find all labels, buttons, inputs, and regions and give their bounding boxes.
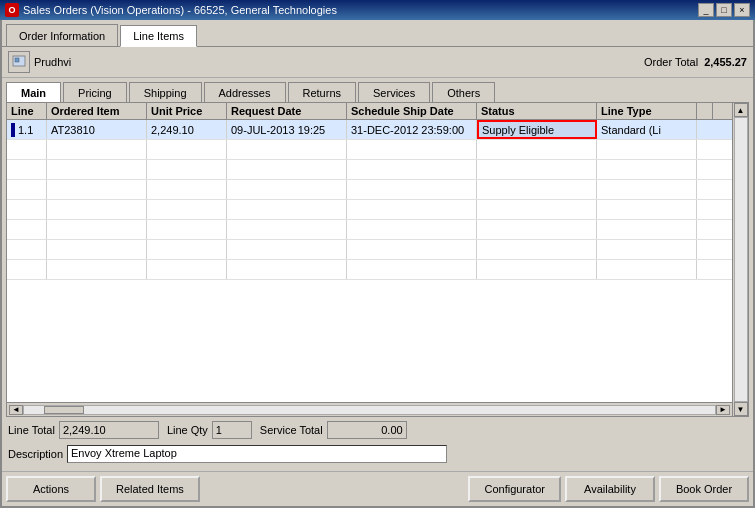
title-bar: O Sales Orders (Vision Operations) - 665… xyxy=(0,0,755,20)
cell-schedule-ship-date: 31-DEC-2012 23:59:00 xyxy=(347,120,477,139)
cell-ordered-item: AT23810 xyxy=(47,120,147,139)
table-row[interactable]: 1.1 AT23810 2,249.10 09-JUL-2013 19:25 3… xyxy=(7,120,732,140)
service-total-group: Service Total 0.00 xyxy=(260,421,407,439)
col-status: Status xyxy=(477,103,597,119)
service-total-label: Service Total xyxy=(260,424,323,436)
cell-request-date: 09-JUL-2013 19:25 xyxy=(227,120,347,139)
availability-button[interactable]: Availability xyxy=(565,476,655,502)
scrollbar-thumb[interactable] xyxy=(44,406,84,414)
cell-line-type: Standard (Li xyxy=(597,120,697,139)
tab-line-items[interactable]: Line Items xyxy=(120,25,197,47)
tab-returns[interactable]: Returns xyxy=(288,82,357,102)
tab-others[interactable]: Others xyxy=(432,82,495,102)
order-total-label: Order Total xyxy=(644,56,698,68)
user-icon xyxy=(8,51,30,73)
line-total-input[interactable]: 2,249.10 xyxy=(59,421,159,439)
order-total-area: Order Total 2,455.27 xyxy=(644,56,747,68)
col-ordered-item: Ordered Item xyxy=(47,103,147,119)
related-items-button[interactable]: Related Items xyxy=(100,476,200,502)
footer-fields: Line Total 2,249.10 Line Qty 1 Service T… xyxy=(6,417,749,443)
cell-status[interactable]: Supply Eligible xyxy=(477,120,597,139)
table-row[interactable] xyxy=(7,140,732,160)
table-row[interactable] xyxy=(7,240,732,260)
col-line-type: Line Type xyxy=(597,103,697,119)
col-schedule-ship-date: Schedule Ship Date xyxy=(347,103,477,119)
grid-header: Line Ordered Item Unit Price Request Dat… xyxy=(7,103,732,120)
cell-unit-price xyxy=(147,140,227,159)
bottom-button-bar: Actions Related Items Configurator Avail… xyxy=(2,471,753,506)
maximize-button[interactable]: □ xyxy=(716,3,732,17)
window-title: Sales Orders (Vision Operations) - 66525… xyxy=(23,4,337,16)
horizontal-scrollbar[interactable]: ◄ ► xyxy=(7,402,732,416)
col-request-date: Request Date xyxy=(227,103,347,119)
app-icon: O xyxy=(5,3,19,17)
tab-order-information[interactable]: Order Information xyxy=(6,24,118,46)
cell-schedule-ship-date xyxy=(347,140,477,159)
cell-line xyxy=(7,140,47,159)
line-total-group: Line Total 2,249.10 xyxy=(8,421,159,439)
table-row[interactable] xyxy=(7,220,732,240)
tab-main[interactable]: Main xyxy=(6,82,61,102)
scroll-up-button[interactable]: ▲ xyxy=(734,103,748,117)
col-unit-price: Unit Price xyxy=(147,103,227,119)
table-row[interactable] xyxy=(7,160,732,180)
vertical-scrollbar[interactable]: ▲ ▼ xyxy=(732,103,748,416)
line-qty-label: Line Qty xyxy=(167,424,208,436)
col-scroll xyxy=(697,103,713,119)
scroll-right-button[interactable]: ► xyxy=(716,405,730,415)
cell-request-date xyxy=(227,140,347,159)
scroll-down-button[interactable]: ▼ xyxy=(734,402,748,416)
description-input[interactable]: Envoy Xtreme Laptop xyxy=(67,445,447,463)
service-total-input[interactable]: 0.00 xyxy=(327,421,407,439)
tab-addresses[interactable]: Addresses xyxy=(204,82,286,102)
scroll-left-button[interactable]: ◄ xyxy=(9,405,23,415)
minimize-button[interactable]: _ xyxy=(698,3,714,17)
inner-tab-bar: Main Pricing Shipping Addresses Returns … xyxy=(6,82,749,102)
svg-rect-1 xyxy=(15,58,19,62)
close-button[interactable]: × xyxy=(734,3,750,17)
window-controls: _ □ × xyxy=(698,3,750,17)
scrollbar-v-track[interactable] xyxy=(734,117,748,402)
table-row[interactable] xyxy=(7,200,732,220)
cell-ordered-item xyxy=(47,140,147,159)
line-qty-group: Line Qty 1 xyxy=(167,421,252,439)
cell-unit-price: 2,249.10 xyxy=(147,120,227,139)
username-label: Prudhvi xyxy=(34,56,71,68)
order-total-value: 2,455.27 xyxy=(704,56,747,68)
content-area: Main Pricing Shipping Addresses Returns … xyxy=(2,78,753,471)
tab-pricing[interactable]: Pricing xyxy=(63,82,127,102)
user-field: Prudhvi xyxy=(8,51,71,73)
line-items-grid: Line Ordered Item Unit Price Request Dat… xyxy=(6,102,749,417)
main-window: Order Information Line Items Prudhvi Ord… xyxy=(0,20,755,508)
cell-line: 1.1 xyxy=(7,120,47,139)
tab-shipping[interactable]: Shipping xyxy=(129,82,202,102)
description-label: Description xyxy=(8,448,63,460)
actions-button[interactable]: Actions xyxy=(6,476,96,502)
tab-services[interactable]: Services xyxy=(358,82,430,102)
scrollbar-track[interactable] xyxy=(23,405,716,415)
book-order-button[interactable]: Book Order xyxy=(659,476,749,502)
top-tab-bar: Order Information Line Items xyxy=(2,20,753,47)
table-row[interactable] xyxy=(7,180,732,200)
grid-body: 1.1 AT23810 2,249.10 09-JUL-2013 19:25 3… xyxy=(7,120,732,402)
col-line: Line xyxy=(7,103,47,119)
description-row: Description Envoy Xtreme Laptop xyxy=(6,443,749,467)
cell-status xyxy=(477,140,597,159)
configurator-button[interactable]: Configurator xyxy=(468,476,561,502)
toolbar: Prudhvi Order Total 2,455.27 xyxy=(2,47,753,78)
cell-line-type xyxy=(597,140,697,159)
line-qty-input[interactable]: 1 xyxy=(212,421,252,439)
table-row[interactable] xyxy=(7,260,732,280)
line-total-label: Line Total xyxy=(8,424,55,436)
